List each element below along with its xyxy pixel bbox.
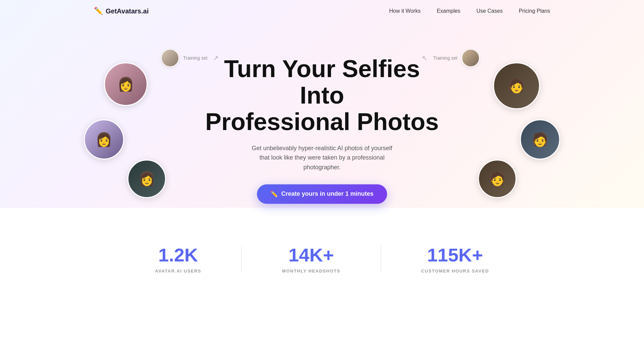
stat-headshots-label: MONTHLY HEADSHOTS: [282, 268, 340, 274]
hero-subtitle: Get unbelievably hyper-realistic AI phot…: [248, 143, 396, 172]
cta-button[interactable]: ✏️ Create yours in under 1 minutes: [257, 184, 387, 204]
nav-use-cases[interactable]: Use Cases: [476, 8, 502, 14]
stat-users-label: AVATAR.AI USERS: [155, 268, 201, 274]
navbar: ✏️ GetAvatars.ai How it Works Examples U…: [0, 0, 644, 22]
hero-title: Turn Your Selfies Into Professional Phot…: [205, 56, 439, 135]
stat-headshots-number: 14K+: [282, 244, 340, 266]
cta-label: Create yours in under 1 minutes: [281, 190, 373, 197]
nav-pricing[interactable]: Pricing Plans: [519, 8, 550, 14]
hero-section: Training set ↗ ↖ Training set 👩 🧑 👩 🧑 👩 …: [0, 22, 644, 224]
logo[interactable]: ✏️ GetAvatars.ai: [94, 7, 149, 15]
stats-section: 1.2K AVATAR.AI USERS 14K+ MONTHLY HEADSH…: [0, 224, 644, 300]
nav-examples[interactable]: Examples: [437, 8, 460, 14]
logo-text: GetAvatars.ai: [106, 7, 149, 15]
stat-hours-number: 115K+: [421, 244, 489, 266]
logo-icon: ✏️: [94, 7, 103, 15]
cta-icon: ✏️: [270, 190, 278, 198]
stat-hours: 115K+ CUSTOMER HOURS SAVED: [381, 244, 529, 274]
nav-how-it-works[interactable]: How it Works: [389, 8, 421, 14]
stat-hours-label: CUSTOMER HOURS SAVED: [421, 268, 489, 274]
stat-headshots: 14K+ MONTHLY HEADSHOTS: [242, 244, 381, 274]
hero-content: Turn Your Selfies Into Professional Phot…: [7, 36, 637, 204]
stat-users-number: 1.2K: [155, 244, 201, 266]
stat-users: 1.2K AVATAR.AI USERS: [115, 244, 241, 274]
nav-links: How it Works Examples Use Cases Pricing …: [389, 8, 550, 14]
